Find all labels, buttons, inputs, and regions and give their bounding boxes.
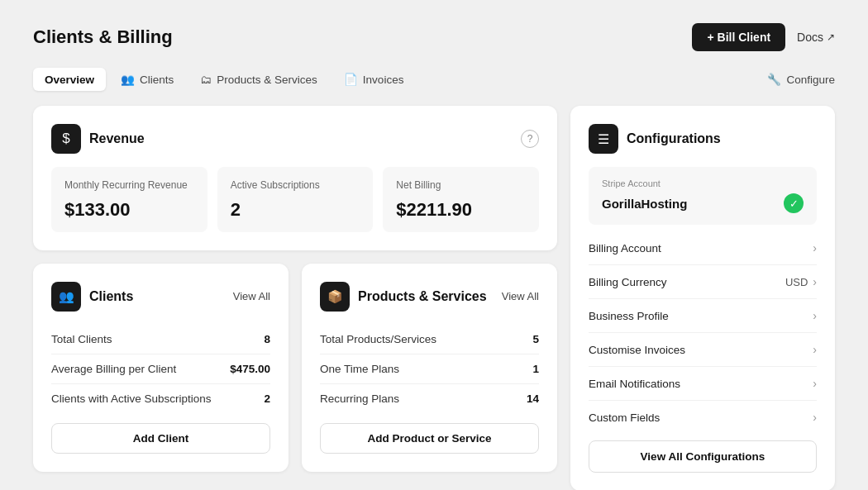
stat-total-products: Total Products/Services 5: [320, 325, 539, 354]
stripe-account-box: Stripe Account GorillaHosting ✓: [589, 167, 817, 225]
metric-net-label: Net Billing: [396, 178, 526, 193]
config-row-billing-currency[interactable]: Billing Currency USD ›: [589, 265, 817, 299]
clients-card-header: 👥 Clients View All: [51, 282, 270, 312]
chevron-icon: ›: [813, 377, 817, 390]
products-stats: Total Products/Services 5 One Time Plans…: [320, 325, 539, 413]
products-card-header: 📦 Products & Services View All: [320, 282, 539, 312]
tab-clients[interactable]: 👥 Clients: [109, 68, 185, 91]
products-icon: 🗂: [200, 74, 212, 86]
stat-total-products-value: 5: [532, 333, 539, 345]
chevron-icon: ›: [813, 309, 817, 322]
metric-subs-label: Active Subscriptions: [231, 178, 360, 193]
stat-total-clients-value: 8: [264, 333, 270, 345]
revenue-card: $ Revenue ? Monthly Recurring Revenue $1…: [33, 106, 557, 250]
wrench-icon: 🔧: [767, 73, 781, 86]
custom-fields-right: ›: [813, 411, 817, 424]
metric-mrr: Monthly Recurring Revenue $133.00: [51, 167, 207, 232]
revenue-card-header: $ Revenue ?: [51, 124, 539, 154]
stripe-check-icon: ✓: [784, 193, 804, 213]
add-client-button[interactable]: Add Client: [51, 423, 270, 454]
clients-title-group: 👥 Clients: [51, 282, 133, 312]
chevron-icon: ›: [813, 241, 817, 255]
left-column: $ Revenue ? Monthly Recurring Revenue $1…: [33, 106, 557, 490]
stat-active-subs-label: Clients with Active Subscriptions: [51, 392, 212, 405]
config-card-header: ☰ Configurations: [589, 124, 817, 154]
billing-account-right: ›: [813, 241, 817, 255]
stat-avg-billing: Average Billing per Client $475.00: [51, 354, 270, 384]
billing-account-label: Billing Account: [589, 242, 661, 255]
config-row-custom-fields[interactable]: Custom Fields ›: [589, 401, 817, 434]
tab-overview-label: Overview: [45, 74, 94, 86]
stat-total-products-label: Total Products/Services: [320, 333, 436, 345]
config-row-billing-account[interactable]: Billing Account ›: [589, 231, 817, 265]
business-profile-label: Business Profile: [589, 310, 669, 322]
business-profile-right: ›: [813, 309, 817, 322]
clients-icon: 👥: [121, 73, 135, 86]
config-title-group: ☰ Configurations: [589, 124, 721, 154]
nav-tabs-left: Overview 👥 Clients 🗂 Products & Services…: [33, 68, 415, 91]
products-view-all[interactable]: View All: [502, 290, 539, 302]
stat-avg-billing-value: $475.00: [230, 363, 270, 375]
metric-mrr-value: $133.00: [64, 199, 194, 221]
metric-net-billing: Net Billing $2211.90: [383, 167, 539, 232]
add-product-button[interactable]: Add Product or Service: [320, 423, 539, 454]
stat-one-time-label: One Time Plans: [320, 363, 399, 375]
page-title: Clients & Billing: [33, 26, 173, 48]
clients-products-grid: 👥 Clients View All Total Clients 8 Avera…: [33, 264, 557, 472]
stat-recurring-value: 14: [527, 392, 539, 405]
view-all-configurations-button[interactable]: View All Configurations: [589, 440, 817, 473]
products-icon-box: 📦: [320, 282, 350, 312]
stat-recurring: Recurring Plans 14: [320, 384, 539, 413]
stat-one-time-value: 1: [532, 363, 539, 375]
tab-overview[interactable]: Overview: [33, 68, 106, 91]
revenue-icon: $: [51, 124, 81, 154]
stat-active-subs-value: 2: [264, 392, 270, 405]
metric-net-value: $2211.90: [396, 199, 526, 221]
stat-total-clients-label: Total Clients: [51, 333, 112, 345]
chevron-icon: ›: [813, 411, 817, 424]
chevron-icon: ›: [813, 275, 817, 288]
revenue-card-title: Revenue: [89, 131, 145, 146]
page-header: Clients & Billing + Bill Client Docs ↗: [33, 23, 835, 51]
bill-client-button[interactable]: + Bill Client: [692, 23, 785, 51]
help-icon[interactable]: ?: [521, 130, 539, 148]
billing-currency-value: USD: [785, 276, 808, 288]
nav-tabs: Overview 👥 Clients 🗂 Products & Services…: [33, 68, 835, 91]
tab-products-label: Products & Services: [217, 74, 317, 86]
clients-icon-box: 👥: [51, 282, 81, 312]
clients-card-title: Clients: [89, 289, 133, 304]
tab-products[interactable]: 🗂 Products & Services: [188, 68, 329, 91]
clients-view-all[interactable]: View All: [233, 290, 270, 302]
products-card: 📦 Products & Services View All Total Pro…: [302, 264, 557, 472]
main-grid: $ Revenue ? Monthly Recurring Revenue $1…: [33, 106, 835, 490]
stat-avg-billing-label: Average Billing per Client: [51, 363, 176, 375]
header-actions: + Bill Client Docs ↗: [692, 23, 835, 51]
configure-label: Configure: [786, 74, 835, 86]
billing-currency-label: Billing Currency: [589, 276, 667, 288]
chevron-icon: ›: [813, 343, 817, 356]
tab-clients-label: Clients: [140, 74, 174, 86]
config-row-business-profile[interactable]: Business Profile ›: [589, 299, 817, 333]
stat-total-clients: Total Clients 8: [51, 325, 270, 354]
revenue-title-group: $ Revenue: [51, 124, 145, 154]
billing-currency-right: USD ›: [785, 275, 817, 288]
tab-invoices-label: Invoices: [363, 74, 404, 86]
metric-mrr-label: Monthly Recurring Revenue: [64, 178, 194, 193]
invoices-icon: 📄: [344, 73, 358, 86]
external-link-icon: ↗: [827, 31, 835, 43]
config-icon-box: ☰: [589, 124, 618, 154]
config-row-customise-invoices[interactable]: Customise Invoices ›: [589, 333, 817, 367]
stripe-name-row: GorillaHosting ✓: [602, 193, 804, 213]
clients-stats: Total Clients 8 Average Billing per Clie…: [51, 325, 270, 413]
config-row-email-notifications[interactable]: Email Notifications ›: [589, 367, 817, 401]
stat-active-subs: Clients with Active Subscriptions 2: [51, 384, 270, 413]
stat-recurring-label: Recurring Plans: [320, 392, 399, 405]
tab-invoices[interactable]: 📄 Invoices: [332, 68, 416, 91]
configure-button[interactable]: 🔧 Configure: [767, 73, 835, 86]
custom-fields-label: Custom Fields: [589, 412, 660, 424]
docs-link[interactable]: Docs ↗: [797, 31, 835, 44]
customise-invoices-right: ›: [813, 343, 817, 356]
stripe-account-name: GorillaHosting: [602, 197, 687, 211]
customise-invoices-label: Customise Invoices: [589, 344, 685, 356]
clients-card: 👥 Clients View All Total Clients 8 Avera…: [33, 264, 289, 472]
